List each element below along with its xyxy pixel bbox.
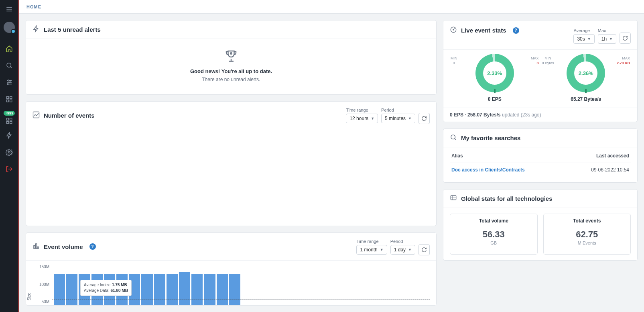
volume-y-axis: 150M100M50M0 [33, 265, 52, 306]
nav-dashboards[interactable] [0, 91, 19, 108]
svg-point-28 [451, 135, 455, 139]
events-timerange-label: Time range [346, 108, 368, 112]
events-refresh-button[interactable] [418, 113, 430, 124]
events-card: Number of events Time range 12 hours▼ Pe… [26, 101, 437, 226]
svg-rect-12 [10, 96, 12, 98]
favorite-search-link[interactable]: Doc access in Clients\Contracts [451, 167, 525, 173]
bar[interactable] [204, 274, 215, 306]
events-period-label: Period [381, 108, 394, 112]
alert-icon [33, 25, 40, 34]
bar[interactable] [54, 274, 65, 306]
alerts-card: Last 5 unread alerts Good news! You're a… [26, 20, 437, 95]
svg-rect-15 [6, 118, 8, 120]
svg-rect-23 [34, 245, 35, 249]
live-max-select[interactable]: 1h▼ [598, 34, 616, 44]
gauge2-label: 65.27 Bytes/s [571, 96, 601, 102]
bar[interactable] [217, 274, 228, 306]
gauge1-max: MAX 3 [531, 56, 539, 65]
events-title: Number of events [44, 112, 95, 119]
gauge2-max: MAX 2.70 KB [617, 56, 630, 65]
svg-rect-14 [10, 100, 12, 102]
svg-point-21 [230, 53, 232, 54]
volume-tooltip: Average Index: 1.75 MB Average Data: 61.… [80, 280, 132, 296]
favorite-search-time: 09-06-2022 10:54 [567, 163, 631, 177]
live-title: Live event stats [461, 27, 506, 34]
favorites-col-alias: Alias [450, 149, 567, 163]
svg-point-27 [453, 29, 454, 30]
events-timerange-select[interactable]: 12 hours▼ [346, 114, 378, 123]
trophy-icon [224, 62, 238, 68]
menu-toggle[interactable] [0, 2, 19, 17]
favorites-card: My favorite searches Alias Last accessed [443, 128, 638, 183]
bar[interactable] [66, 274, 77, 306]
svg-line-4 [10, 67, 12, 68]
table-row: Doc access in Clients\Contracts 09-06-20… [450, 163, 631, 177]
volume-title: Event volume [44, 243, 83, 250]
svg-point-10 [7, 84, 8, 85]
sidebar-badge: +999 [4, 111, 15, 116]
svg-rect-17 [6, 122, 8, 124]
help-icon[interactable]: ? [89, 243, 96, 250]
topbar: HOME [19, 0, 644, 14]
svg-rect-25 [37, 247, 39, 249]
bar[interactable] [167, 274, 178, 306]
live-refresh-button[interactable] [620, 33, 631, 44]
volume-plot: 00:0000:0000:0000:0000:0000:0000:0000:00… [52, 265, 430, 306]
live-footer: 0 EPS · 258.07 Bytes/s updated (23s ago) [443, 108, 637, 122]
avatar-status-dot [11, 29, 16, 34]
favorites-title: My favorite searches [461, 135, 520, 141]
events-period-select[interactable]: 5 minutes▼ [381, 114, 415, 123]
gauge1-min: MIN 0 [451, 56, 457, 65]
bar[interactable] [229, 274, 240, 306]
alerts-message-secondary: There are no unread alerts. [33, 77, 430, 82]
favorites-table: Alias Last accessed Doc access in Client… [450, 149, 631, 177]
live-stats-card: Live event stats ? Average 30s▼ [443, 20, 638, 122]
svg-rect-22 [33, 112, 39, 118]
chevron-down-icon: ▼ [380, 248, 384, 252]
chevron-down-icon: ▼ [587, 37, 591, 41]
nav-home[interactable] [0, 40, 19, 57]
live-avg-select[interactable]: 30s▼ [573, 34, 594, 44]
svg-point-3 [7, 63, 11, 67]
volume-timerange-label: Time range [356, 239, 378, 244]
volume-y-axis-label: Size [27, 292, 31, 300]
nav-apps[interactable]: +999 [0, 110, 19, 127]
svg-rect-11 [6, 96, 8, 98]
nav-logout[interactable] [0, 161, 19, 177]
alerts-message-primary: Good news! You're all up to date. [33, 68, 430, 74]
nav-search[interactable] [0, 57, 19, 74]
volume-refresh-button[interactable] [418, 244, 430, 255]
chevron-down-icon: ▼ [408, 248, 412, 252]
bar[interactable] [141, 274, 152, 306]
svg-rect-30 [451, 196, 456, 200]
volume-period-select[interactable]: 1 day▼ [390, 245, 415, 255]
nav-settings[interactable] [0, 144, 19, 161]
bar[interactable] [179, 272, 190, 306]
sidebar: +999 [0, 0, 19, 312]
gauge1-label: 0 EPS [488, 96, 502, 102]
bar[interactable] [154, 274, 165, 306]
user-avatar[interactable] [4, 22, 15, 33]
svg-point-19 [8, 151, 10, 153]
live-max-label: Max [598, 28, 606, 33]
svg-point-8 [10, 82, 11, 83]
gauge-bytes: 2.36% [567, 54, 605, 92]
bar[interactable] [191, 274, 203, 306]
svg-rect-16 [10, 118, 12, 120]
alerts-title: Last 5 unread alerts [44, 26, 101, 33]
total-volume-card: Total volume 56.33 GB [450, 214, 538, 255]
chevron-down-icon: ▼ [609, 37, 613, 41]
help-icon[interactable]: ? [513, 27, 519, 34]
nav-filters[interactable] [0, 74, 19, 91]
live-avg-label: Average [573, 28, 590, 33]
svg-rect-24 [36, 244, 37, 249]
nav-alerts[interactable] [0, 127, 19, 144]
volume-avg-line [52, 300, 430, 300]
gauge-eps: 2.33% [475, 54, 514, 92]
favorites-col-accessed: Last accessed [567, 149, 631, 163]
svg-rect-13 [6, 100, 8, 102]
volume-card: Event volume ? Time range 1 month▼ [26, 232, 437, 306]
breadcrumb[interactable]: HOME [26, 4, 41, 9]
chevron-down-icon: ▼ [371, 116, 374, 120]
volume-timerange-select[interactable]: 1 month▼ [356, 245, 387, 255]
